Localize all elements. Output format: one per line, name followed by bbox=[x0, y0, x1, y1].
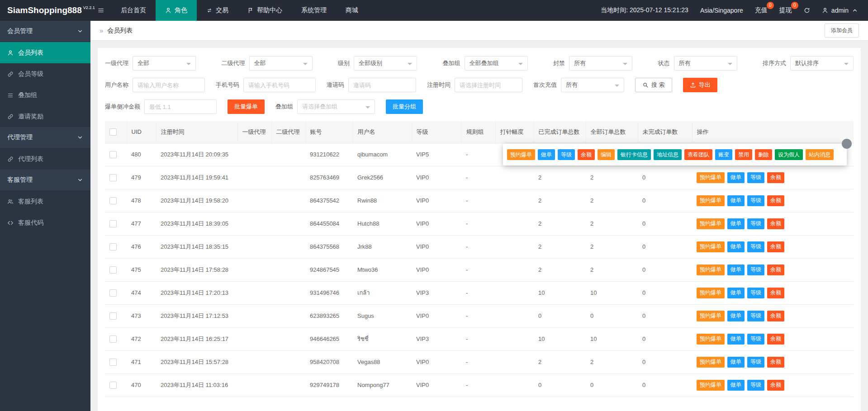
row-action-button[interactable]: 等级 bbox=[747, 195, 764, 206]
row-action-button[interactable]: 预约爆单 bbox=[697, 172, 725, 183]
admin-menu[interactable]: admin bbox=[822, 7, 858, 14]
row-action-button[interactable]: 等级 bbox=[747, 380, 764, 391]
export-button[interactable]: 导出 bbox=[683, 78, 717, 92]
filter-input-phone[interactable] bbox=[243, 78, 316, 92]
row-action-button[interactable]: 余额 bbox=[767, 334, 784, 345]
row-action-button[interactable]: 余额 bbox=[767, 172, 784, 183]
popup-action-button[interactable]: 编辑 bbox=[598, 149, 615, 160]
menu-item-system[interactable]: 系统管理 bbox=[292, 0, 336, 21]
sidebar-item-service-list[interactable]: 客服列表 bbox=[0, 191, 90, 212]
row-action-button[interactable]: 等级 bbox=[747, 172, 764, 183]
row-action-button[interactable]: 等级 bbox=[747, 288, 764, 298]
sidebar-group-member-management[interactable]: 会员管理 bbox=[0, 21, 90, 42]
filter-select-overlay-group[interactable]: 全部叠加组 bbox=[465, 56, 528, 71]
popup-action-button[interactable]: 设为假人 bbox=[775, 149, 803, 160]
sidebar-item-member-level[interactable]: 会员等级 bbox=[0, 63, 90, 85]
row-action-button[interactable]: 等级 bbox=[747, 311, 764, 321]
row-action-button[interactable]: 余额 bbox=[767, 195, 784, 206]
row-checkbox[interactable] bbox=[109, 382, 117, 389]
menu-item-mall[interactable]: 商城 bbox=[336, 0, 368, 21]
row-action-button[interactable]: 余额 bbox=[767, 241, 784, 252]
row-checkbox[interactable] bbox=[109, 266, 117, 274]
row-action-button[interactable]: 预约爆单 bbox=[697, 334, 725, 345]
row-action-button[interactable]: 预约爆单 bbox=[697, 265, 725, 275]
row-action-button[interactable]: 预约爆单 bbox=[697, 241, 725, 252]
row-checkbox[interactable] bbox=[109, 335, 117, 343]
select-all-checkbox[interactable] bbox=[109, 128, 117, 136]
add-member-button[interactable]: 添加会员 bbox=[825, 24, 859, 38]
row-action-button[interactable]: 做单 bbox=[727, 172, 745, 183]
filter-select-agent1[interactable]: 全部 bbox=[133, 56, 196, 71]
row-action-button[interactable]: 余额 bbox=[767, 265, 784, 275]
menu-item-home[interactable]: 后台首页 bbox=[111, 0, 156, 21]
popup-close-icon[interactable] bbox=[842, 139, 852, 149]
menu-item-trade[interactable]: 交易 bbox=[197, 0, 238, 21]
row-checkbox[interactable] bbox=[109, 359, 117, 366]
row-action-button[interactable]: 等级 bbox=[747, 357, 764, 368]
row-action-button[interactable]: 余额 bbox=[767, 218, 784, 229]
row-action-button[interactable]: 预约爆单 bbox=[697, 195, 725, 206]
refresh-icon[interactable] bbox=[804, 7, 810, 14]
row-checkbox[interactable] bbox=[109, 289, 117, 297]
sidebar-item-invite-reward[interactable]: 邀请奖励 bbox=[0, 106, 90, 127]
menu-item-help-center[interactable]: 帮助中心 bbox=[238, 0, 292, 21]
row-action-button[interactable]: 等级 bbox=[747, 241, 764, 252]
bulk-group-button[interactable]: 批量分组 bbox=[386, 99, 423, 114]
overlay-group-select[interactable]: 请选择叠加组 bbox=[297, 99, 375, 114]
popup-action-button[interactable]: 做单 bbox=[538, 149, 555, 160]
sidebar-item-agent-list[interactable]: 代理列表 bbox=[0, 148, 90, 170]
popup-action-button[interactable]: 删除 bbox=[755, 149, 772, 160]
popup-action-button[interactable]: 余额 bbox=[578, 149, 595, 160]
withdraw-link[interactable]: 提现 0 bbox=[779, 6, 792, 14]
row-action-button[interactable]: 预约爆单 bbox=[697, 380, 725, 391]
sidebar-item-member-list[interactable]: 会员列表 bbox=[0, 42, 90, 63]
row-checkbox[interactable] bbox=[109, 174, 117, 181]
popup-action-button[interactable]: 查看团队 bbox=[684, 149, 712, 160]
row-action-button[interactable]: 做单 bbox=[727, 334, 745, 345]
row-action-button[interactable]: 余额 bbox=[767, 380, 784, 391]
row-checkbox[interactable] bbox=[109, 197, 117, 204]
row-action-button[interactable]: 做单 bbox=[727, 241, 745, 252]
popup-action-button[interactable]: 站内消息 bbox=[806, 149, 834, 160]
row-action-button[interactable]: 做单 bbox=[727, 195, 745, 206]
row-action-button[interactable]: 等级 bbox=[747, 218, 764, 229]
filter-select-status[interactable]: 所有 bbox=[674, 56, 737, 71]
row-action-button[interactable]: 预约爆单 bbox=[697, 218, 725, 229]
row-action-button[interactable]: 余额 bbox=[767, 288, 784, 298]
menu-item-role[interactable]: 角色 bbox=[156, 0, 197, 21]
row-action-button[interactable]: 做单 bbox=[727, 288, 745, 298]
sidebar-group-service-management[interactable]: 客服管理 bbox=[0, 170, 90, 191]
row-action-button[interactable]: 做单 bbox=[727, 357, 745, 368]
row-action-button[interactable]: 余额 bbox=[767, 311, 784, 321]
sidebar-group-agent-management[interactable]: 代理管理 bbox=[0, 127, 90, 148]
row-action-button[interactable]: 等级 bbox=[747, 334, 764, 345]
row-action-button[interactable]: 做单 bbox=[727, 218, 745, 229]
popup-action-button[interactable]: 禁用 bbox=[735, 149, 752, 160]
popup-action-button[interactable]: 账变 bbox=[715, 149, 732, 160]
row-checkbox[interactable] bbox=[109, 151, 117, 158]
popup-action-button[interactable]: 地址信息 bbox=[654, 149, 682, 160]
row-action-button[interactable]: 做单 bbox=[727, 311, 745, 321]
row-action-button[interactable]: 预约爆单 bbox=[697, 311, 725, 321]
bulk-burst-button[interactable]: 批量爆单 bbox=[228, 99, 265, 114]
row-action-button[interactable]: 做单 bbox=[727, 380, 745, 391]
row-action-button[interactable]: 等级 bbox=[747, 265, 764, 275]
filter-select-first-recharge[interactable]: 所有 bbox=[561, 78, 624, 92]
filter-input-invite-code[interactable] bbox=[348, 78, 416, 92]
popup-action-button[interactable]: 等级 bbox=[558, 149, 575, 160]
burst-amount-input[interactable] bbox=[144, 99, 217, 114]
filter-input-reg-time[interactable] bbox=[455, 78, 522, 92]
row-action-button[interactable]: 预约爆单 bbox=[697, 288, 725, 298]
row-action-button[interactable]: 余额 bbox=[767, 357, 784, 368]
recharge-link[interactable]: 充值 0 bbox=[755, 6, 768, 14]
filter-select-sort[interactable]: 默认排序 bbox=[790, 56, 854, 71]
search-button[interactable]: 搜 索 bbox=[635, 78, 672, 92]
hamburger-icon[interactable] bbox=[90, 0, 111, 21]
sidebar-item-service-code[interactable]: 客服代码 bbox=[0, 212, 90, 233]
sidebar-item-overlay-group[interactable]: 叠加组 bbox=[0, 85, 90, 106]
filter-select-agent2[interactable]: 全部 bbox=[249, 56, 313, 71]
popup-action-button[interactable]: 银行卡信息 bbox=[617, 149, 651, 160]
filter-select-ban[interactable]: 所有 bbox=[569, 56, 632, 71]
row-checkbox[interactable] bbox=[109, 220, 117, 227]
row-action-button[interactable]: 预约爆单 bbox=[697, 357, 725, 368]
